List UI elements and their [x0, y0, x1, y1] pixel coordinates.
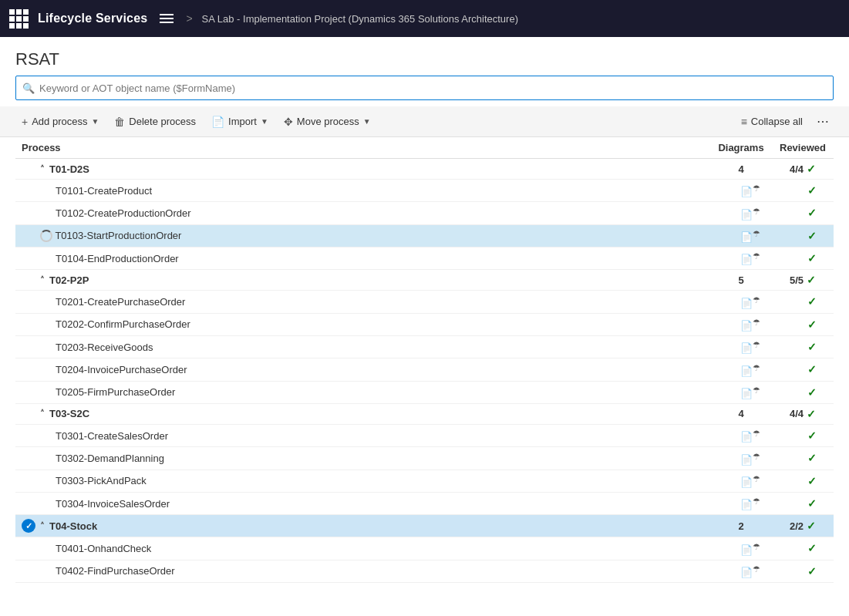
collapse-group-icon[interactable]: ˄ — [40, 275, 45, 285]
child-diagrams-cell: 📄☂ — [710, 447, 772, 470]
child-process-cell: T0101-CreateProduct — [15, 180, 710, 202]
diagram-icon[interactable]: 📄☂ — [740, 476, 760, 488]
table-row[interactable]: T0102-CreateProductionOrder📄☂✓ — [15, 202, 834, 224]
child-reviewed-cell: ✓ — [772, 560, 834, 582]
table-row[interactable]: T0204-InvoicePurchaseOrder📄☂✓ — [15, 358, 834, 381]
diagram-icon[interactable]: 📄☂ — [740, 544, 760, 556]
child-diagrams-cell: 📄☂ — [710, 335, 772, 358]
diagram-icon[interactable]: 📄☂ — [740, 365, 760, 377]
search-input[interactable] — [39, 82, 827, 94]
group-diagrams-cell: 5 — [710, 270, 772, 291]
table-row[interactable]: ˄ T01-D2S 44/4 ✓ — [15, 159, 834, 180]
hamburger-menu[interactable] — [157, 11, 177, 26]
child-check-icon: ✓ — [807, 318, 817, 331]
child-check-icon: ✓ — [807, 565, 817, 577]
move-process-caret: ▼ — [363, 117, 371, 126]
child-reviewed-cell: ✓ — [772, 335, 834, 358]
child-reviewed-cell: ✓ — [772, 202, 834, 224]
child-check-icon: ✓ — [807, 230, 817, 242]
diagram-icon[interactable]: 📄☂ — [740, 388, 760, 399]
table-row[interactable]: T0302-DemandPlanning📄☂✓ — [15, 447, 834, 470]
child-reviewed-cell: ✓ — [772, 224, 834, 247]
diagrams-count: 4 — [738, 163, 743, 175]
app-grid-icon[interactable] — [9, 9, 29, 29]
add-process-label: Add process — [32, 116, 87, 127]
diagram-icon[interactable]: 📄☂ — [740, 320, 760, 332]
table-row[interactable]: T0103-StartProductionOrder📄☂✓ — [15, 224, 834, 247]
more-options-button[interactable]: ⋯ — [812, 111, 834, 132]
child-reviewed-cell: ✓ — [772, 180, 834, 202]
table-row[interactable]: T0402-FindPurchaseOrder📄☂✓ — [15, 560, 834, 582]
child-diagrams-cell: 📄☂ — [710, 202, 772, 224]
child-reviewed-cell: ✓ — [772, 313, 834, 335]
import-button[interactable]: 📄 Import ▼ — [205, 113, 275, 131]
child-process-cell: T0203-ReceiveGoods — [15, 335, 710, 358]
move-process-button[interactable]: ✥ Move process ▼ — [278, 113, 377, 131]
diagram-icon[interactable]: 📄☂ — [740, 342, 760, 354]
table-row[interactable]: T0202-ConfirmPurchaseOrder📄☂✓ — [15, 313, 834, 335]
diagram-icon[interactable]: 📄☂ — [740, 231, 760, 243]
child-check-icon: ✓ — [807, 207, 817, 219]
child-label: T0303-PickAndPack — [56, 475, 147, 486]
child-label: T0204-InvoicePurchaseOrder — [56, 364, 187, 375]
diagram-icon[interactable]: 📄☂ — [740, 454, 760, 466]
table-header-row: Process Diagrams Reviewed — [15, 137, 834, 159]
diagram-icon[interactable]: 📄☂ — [740, 209, 760, 220]
child-process-cell: T0201-CreatePurchaseOrder — [15, 291, 710, 313]
table-row[interactable]: ✓ ˄ T04-Stock 22/2 ✓ — [15, 515, 834, 537]
group-checkbox[interactable]: ✓ — [22, 519, 35, 533]
diagram-icon[interactable]: 📄☂ — [740, 254, 760, 265]
child-check-icon: ✓ — [807, 295, 817, 308]
child-reviewed-cell: ✓ — [772, 537, 834, 560]
table-row[interactable]: T0301-CreateSalesOrder📄☂✓ — [15, 424, 834, 446]
table-row[interactable]: T0104-EndProductionOrder📄☂✓ — [15, 247, 834, 269]
collapse-icon: ≡ — [741, 116, 747, 128]
diagram-icon[interactable]: 📄☂ — [740, 431, 760, 443]
group-label: T02-P2P — [49, 274, 89, 286]
collapse-all-label: Collapse all — [751, 116, 803, 127]
delete-icon: 🗑 — [114, 116, 125, 128]
collapse-group-icon[interactable]: ˄ — [40, 521, 45, 531]
collapse-all-button[interactable]: ≡ Collapse all — [735, 113, 809, 131]
collapse-group-icon[interactable]: ˄ — [40, 164, 45, 174]
delete-process-button[interactable]: 🗑 Delete process — [108, 113, 202, 131]
child-check-icon: ✓ — [807, 363, 817, 375]
search-icon: 🔍 — [22, 82, 35, 94]
reviewed-check-icon: ✓ — [807, 520, 816, 532]
table-row[interactable]: T0401-OnhandCheck📄☂✓ — [15, 537, 834, 560]
group-process-cell: ✓ ˄ T04-Stock — [15, 515, 710, 537]
child-check-icon: ✓ — [807, 429, 817, 442]
diagram-icon[interactable]: 📄☂ — [740, 186, 760, 197]
collapse-group-icon[interactable]: ˄ — [40, 409, 45, 419]
table-row[interactable]: T0101-CreateProduct📄☂✓ — [15, 180, 834, 202]
group-process-cell: ˄ T01-D2S — [15, 159, 710, 180]
diagram-icon[interactable]: 📄☂ — [740, 567, 760, 578]
child-reviewed-cell: ✓ — [772, 447, 834, 470]
process-table-wrapper: Process Diagrams Reviewed ˄ T01-D2S 44/4… — [0, 137, 849, 583]
reviewed-count: 5/5 — [790, 274, 804, 286]
reviewed-check-icon: ✓ — [807, 408, 816, 420]
child-check-icon: ✓ — [807, 184, 817, 197]
child-label: T0301-CreateSalesOrder — [56, 430, 168, 442]
child-process-cell: T0204-InvoicePurchaseOrder — [15, 358, 710, 381]
table-row[interactable]: T0303-PickAndPack📄☂✓ — [15, 470, 834, 492]
import-icon: 📄 — [211, 116, 224, 128]
table-row[interactable]: T0203-ReceiveGoods📄☂✓ — [15, 335, 834, 358]
child-reviewed-cell: ✓ — [772, 358, 834, 381]
diagram-icon[interactable]: 📄☂ — [740, 499, 760, 510]
child-process-cell: T0103-StartProductionOrder — [15, 224, 710, 247]
add-process-button[interactable]: + Add process ▼ — [15, 113, 105, 131]
topbar: Lifecycle Services > SA Lab - Implementa… — [0, 0, 849, 37]
add-icon: + — [22, 116, 28, 128]
diagram-icon[interactable]: 📄☂ — [740, 298, 760, 309]
table-row[interactable]: ˄ T02-P2P 55/5 ✓ — [15, 270, 834, 291]
child-process-cell: T0401-OnhandCheck — [15, 537, 710, 560]
child-process-cell: T0102-CreateProductionOrder — [15, 202, 710, 224]
table-row[interactable]: ˄ T03-S2C 44/4 ✓ — [15, 403, 834, 424]
table-row[interactable]: T0205-FirmPurchaseOrder📄☂✓ — [15, 381, 834, 403]
table-row[interactable]: T0304-InvoiceSalesOrder📄☂✓ — [15, 492, 834, 514]
child-reviewed-cell: ✓ — [772, 424, 834, 446]
child-label: T0401-OnhandCheck — [56, 543, 151, 554]
child-check-icon: ✓ — [807, 386, 817, 399]
table-row[interactable]: T0201-CreatePurchaseOrder📄☂✓ — [15, 291, 834, 313]
